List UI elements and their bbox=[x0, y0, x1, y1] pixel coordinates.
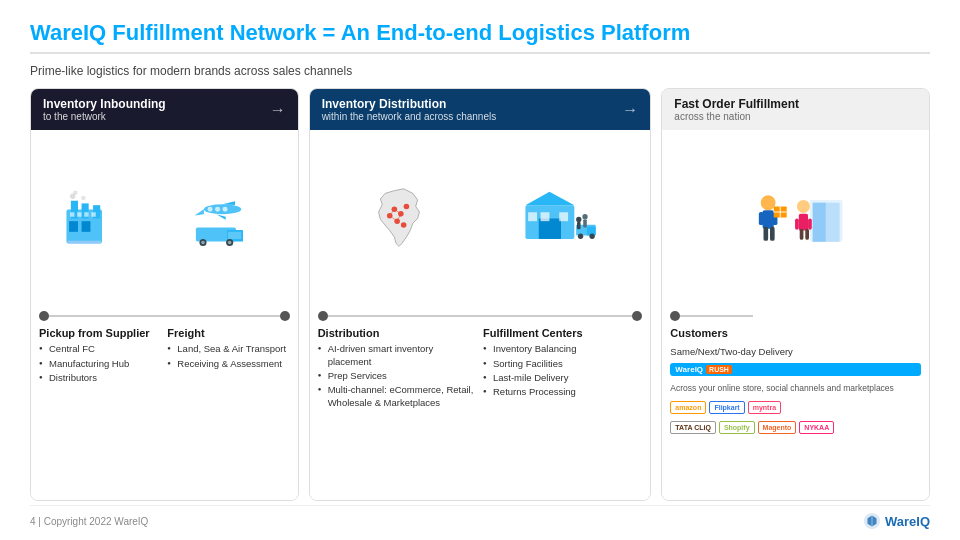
card-inbounding-body: Pickup from Supplier Central FC Manufact… bbox=[31, 323, 298, 500]
svg-marker-17 bbox=[216, 215, 225, 221]
svg-marker-16 bbox=[223, 201, 235, 205]
list-item: Receiving & Assessment bbox=[167, 358, 289, 370]
svg-rect-66 bbox=[808, 219, 812, 230]
card-fast-images bbox=[662, 130, 929, 307]
svg-rect-53 bbox=[762, 210, 773, 229]
list-item: Central FC bbox=[39, 343, 161, 355]
amazon-badge: amazon bbox=[670, 401, 706, 414]
page-subtitle: Prime-like logistics for modern brands a… bbox=[30, 64, 930, 78]
card-fast-header-text: Fast Order Fulfillment across the nation bbox=[674, 97, 799, 122]
title-accent: An End-to-end Logistics Platform bbox=[341, 20, 691, 45]
svg-point-18 bbox=[208, 207, 213, 212]
card-inbounding-images bbox=[31, 130, 298, 307]
page-footer: 4 | Copyright 2022 WareIQ WareIQ bbox=[30, 505, 930, 530]
col-freight: Freight Land, Sea & Air Transport Receiv… bbox=[167, 327, 289, 492]
dot-5 bbox=[670, 311, 680, 321]
card-inbounding-sub: to the network bbox=[43, 111, 166, 122]
header-divider bbox=[30, 52, 930, 54]
svg-point-64 bbox=[797, 200, 810, 213]
card-distribution-header: Inventory Distribution within the networ… bbox=[310, 89, 651, 130]
flipkart-badge: Flipkart bbox=[709, 401, 744, 414]
arrow-icon-2: → bbox=[622, 101, 638, 119]
line-1 bbox=[49, 315, 280, 317]
svg-rect-57 bbox=[770, 227, 775, 241]
list-item: Distributors bbox=[39, 372, 161, 384]
list-item: Returns Processing bbox=[483, 386, 642, 398]
svg-rect-63 bbox=[812, 203, 825, 242]
svg-rect-10 bbox=[91, 213, 95, 217]
list-item: Sorting Facilities bbox=[483, 358, 642, 370]
col-fc-title: Fulfillment Centers bbox=[483, 327, 642, 339]
card-fast-fulfillment: Fast Order Fulfillment across the nation bbox=[661, 88, 930, 501]
svg-rect-6 bbox=[67, 241, 101, 244]
wareiq-logo-icon bbox=[863, 512, 881, 530]
card-inbounding-title: Inventory Inbounding bbox=[43, 97, 166, 111]
card-distribution-sub: within the network and across channels bbox=[322, 111, 497, 122]
card-inbounding-header-text: Inventory Inbounding to the network bbox=[43, 97, 166, 122]
svg-rect-5 bbox=[81, 221, 90, 232]
svg-point-50 bbox=[583, 214, 588, 219]
svg-point-20 bbox=[223, 207, 228, 212]
svg-rect-42 bbox=[541, 213, 550, 222]
svg-point-32 bbox=[403, 204, 409, 210]
footer-logo: WareIQ bbox=[863, 512, 930, 530]
timeline-distribution bbox=[310, 307, 651, 323]
svg-point-52 bbox=[760, 196, 775, 211]
dot-2 bbox=[280, 311, 290, 321]
list-item: Last-mile Delivery bbox=[483, 372, 642, 384]
list-item: Land, Sea & Air Transport bbox=[167, 343, 289, 355]
card-fast-body: Customers Same/Next/Two-day Delivery War… bbox=[662, 323, 929, 500]
customer-illustration bbox=[736, 186, 856, 251]
svg-rect-8 bbox=[77, 213, 81, 217]
card-distribution: Inventory Distribution within the networ… bbox=[309, 88, 652, 501]
svg-rect-49 bbox=[577, 222, 581, 229]
social-text: Across your online store, social channel… bbox=[670, 383, 921, 394]
list-item: Multi-channel: eCommerce, Retail, Wholes… bbox=[318, 384, 477, 409]
card-distribution-body: Distribution AI-driven smart inventory p… bbox=[310, 323, 651, 500]
cards-row: Inventory Inbounding to the network → bbox=[30, 88, 930, 501]
marketplace-logos-row1: amazon Flipkart myntra bbox=[670, 401, 921, 414]
page: WareIQ Fulfillment Network = An End-to-e… bbox=[0, 0, 960, 540]
warehouse-illustration bbox=[521, 186, 601, 251]
svg-rect-4 bbox=[69, 221, 78, 232]
magento-badge: Magento bbox=[758, 421, 797, 434]
customers-title: Customers bbox=[670, 327, 921, 339]
col-supplier: Pickup from Supplier Central FC Manufact… bbox=[39, 327, 161, 492]
col-supplier-list: Central FC Manufacturing Hub Distributor… bbox=[39, 343, 161, 384]
card-fast-header: Fast Order Fulfillment across the nation bbox=[662, 89, 929, 130]
dot-1 bbox=[39, 311, 49, 321]
factory-illustration bbox=[62, 186, 142, 251]
card-distribution-title: Inventory Distribution bbox=[322, 97, 497, 111]
col-distribution: Distribution AI-driven smart inventory p… bbox=[318, 327, 477, 492]
india-map-illustration bbox=[359, 186, 439, 251]
card-distribution-header-text: Inventory Distribution within the networ… bbox=[322, 97, 497, 122]
line-3 bbox=[680, 315, 752, 317]
svg-point-48 bbox=[576, 217, 581, 222]
col-distribution-list: AI-driven smart inventory placement Prep… bbox=[318, 343, 477, 409]
svg-point-13 bbox=[81, 196, 85, 200]
svg-point-19 bbox=[215, 207, 220, 212]
title-prefix: WareIQ Fulfillment Network = bbox=[30, 20, 341, 45]
dot-3 bbox=[318, 311, 328, 321]
tata-badge: TATA CLiQ bbox=[670, 421, 716, 434]
col-supplier-title: Pickup from Supplier bbox=[39, 327, 161, 339]
card-distribution-images bbox=[310, 130, 651, 307]
col-fulfillment-centers: Fulfillment Centers Inventory Balancing … bbox=[483, 327, 642, 492]
svg-point-46 bbox=[578, 234, 583, 239]
svg-rect-41 bbox=[528, 213, 537, 222]
svg-point-12 bbox=[73, 191, 77, 195]
footer-copyright: 4 | Copyright 2022 WareIQ bbox=[30, 516, 148, 527]
page-title: WareIQ Fulfillment Network = An End-to-e… bbox=[30, 20, 930, 46]
page-header: WareIQ Fulfillment Network = An End-to-e… bbox=[30, 20, 930, 46]
arrow-icon: → bbox=[270, 101, 286, 119]
nykaa-badge: NYKAA bbox=[799, 421, 834, 434]
svg-marker-15 bbox=[195, 210, 204, 216]
col-fc-list: Inventory Balancing Sorting Facilities L… bbox=[483, 343, 642, 398]
timeline-fast bbox=[662, 307, 929, 323]
wareiq-logo-text: WareIQ bbox=[885, 514, 930, 529]
svg-point-33 bbox=[401, 223, 407, 229]
col-freight-title: Freight bbox=[167, 327, 289, 339]
svg-rect-68 bbox=[799, 229, 803, 240]
card-fast-sub: across the nation bbox=[674, 111, 799, 122]
svg-rect-9 bbox=[84, 213, 88, 217]
